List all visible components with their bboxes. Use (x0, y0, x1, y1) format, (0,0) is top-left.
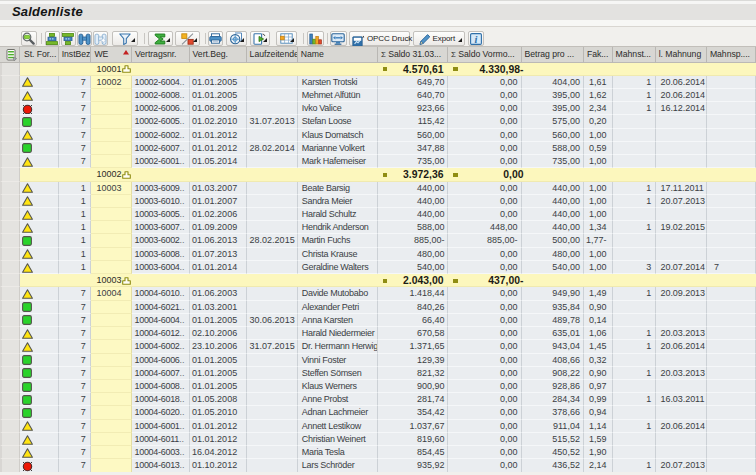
svg-text:i: i (475, 33, 478, 44)
